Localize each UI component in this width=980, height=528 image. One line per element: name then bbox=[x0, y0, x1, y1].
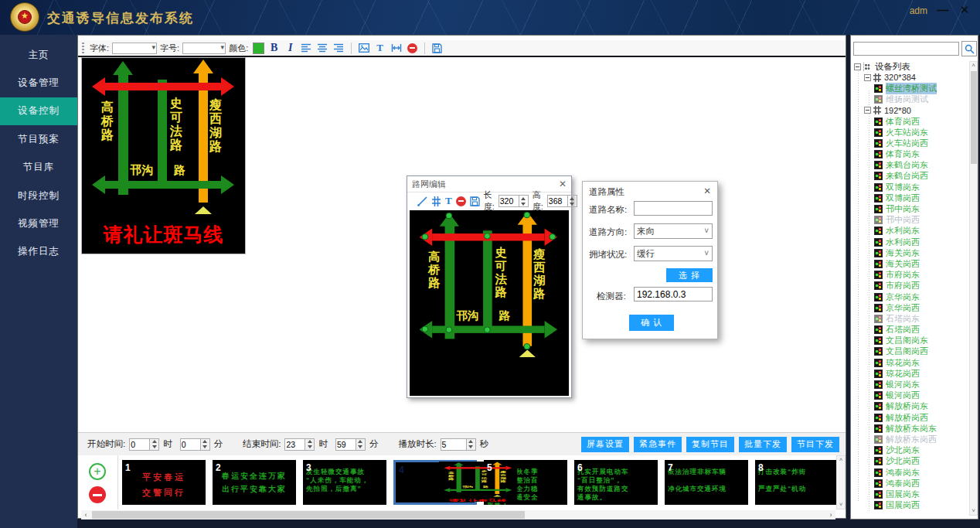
device-tree-item[interactable]: 来鹤台岗西 bbox=[852, 171, 970, 182]
length-input[interactable] bbox=[499, 195, 519, 207]
device-tree-item[interactable]: 石塔岗西 bbox=[852, 325, 970, 336]
dialog-close-icon[interactable]: ✕ bbox=[559, 179, 567, 189]
sidebar-item[interactable]: 设备管理 bbox=[0, 69, 77, 97]
insert-image-icon[interactable] bbox=[357, 42, 370, 55]
height-input[interactable] bbox=[547, 195, 568, 207]
sidebar-item[interactable]: 主页 bbox=[0, 41, 77, 69]
program-thumbnail[interactable]: 5 大力开展秋冬季 交通安全整治百 日会战，全力稳 定道路交通安全 形势！ bbox=[484, 460, 567, 505]
device-tree-item[interactable]: 国展岗西 bbox=[852, 500, 970, 511]
edit-handle[interactable] bbox=[446, 326, 453, 332]
sidebar-item[interactable]: 节目预案 bbox=[0, 125, 77, 153]
device-tree-item[interactable]: 海关岗西 bbox=[852, 258, 970, 269]
edit-handle[interactable] bbox=[523, 343, 530, 349]
remove-program-button[interactable] bbox=[89, 486, 106, 503]
start-hour-spinner[interactable] bbox=[150, 438, 159, 451]
device-tree-item[interactable]: 维扬岗测试 bbox=[852, 94, 970, 105]
action-button[interactable]: 紧急事件 bbox=[634, 437, 682, 452]
device-tree-item[interactable]: 体育岗东 bbox=[852, 149, 970, 160]
scroll-up-icon[interactable]: ˄ bbox=[837, 456, 845, 464]
device-tree-item[interactable]: 双博岗东 bbox=[852, 182, 970, 192]
sidebar-item[interactable]: 视频管理 bbox=[0, 209, 77, 237]
action-button[interactable]: 复制节目 bbox=[686, 437, 734, 452]
device-tree-item[interactable]: 水利岗西 bbox=[852, 237, 970, 247]
program-thumbnail[interactable]: 6 扎实开展电动车 “百日整治”， 有效预防道路交 通事故。 bbox=[574, 460, 658, 505]
device-tree-item[interactable]: 市府岗西 bbox=[852, 281, 970, 291]
dialog-close-icon[interactable]: ✕ bbox=[703, 186, 711, 196]
device-tree-item[interactable]: 火车站岗东 bbox=[852, 127, 970, 138]
device-tree-item[interactable]: 解放桥东岗东 bbox=[852, 423, 970, 434]
program-thumbnail[interactable]: 8 打击改装“炸街 严查严处“机动 bbox=[755, 460, 839, 505]
program-thumbnail[interactable]: 3 发生轻微交通事故 “人未伤，车能动， 先拍照，后撤离” bbox=[303, 460, 386, 505]
line-tool-icon[interactable] bbox=[417, 195, 427, 208]
action-button[interactable]: 节目下发 bbox=[791, 437, 839, 452]
length-spinner[interactable] bbox=[519, 195, 529, 207]
fit-size-icon[interactable] bbox=[390, 42, 403, 55]
sidebar-item[interactable]: 时段控制 bbox=[0, 182, 77, 209]
edit-handle[interactable] bbox=[484, 326, 491, 332]
edit-handle[interactable] bbox=[484, 233, 491, 239]
device-search-input[interactable] bbox=[853, 42, 959, 56]
program-thumbnail[interactable]: 1 平安春运 交警同行 bbox=[122, 460, 206, 505]
scroll-up-icon[interactable]: ˄ bbox=[970, 62, 977, 70]
device-tree-item[interactable]: 沙北岗西 bbox=[852, 456, 970, 467]
device-tree-item[interactable]: 银河岗东 bbox=[852, 379, 970, 390]
road-name-input[interactable] bbox=[634, 201, 713, 216]
device-tree-item[interactable]: 解放桥东岗西 bbox=[852, 434, 970, 445]
device-tree-item[interactable]: 螺丝湾桥测试 bbox=[852, 83, 970, 94]
road-direction-select[interactable]: 来向 bbox=[634, 223, 713, 239]
select-button[interactable]: 选 择 bbox=[666, 268, 713, 282]
align-right-icon[interactable] bbox=[332, 42, 345, 55]
add-program-button[interactable]: + bbox=[89, 463, 106, 480]
edit-handle[interactable] bbox=[549, 233, 556, 240]
end-minute-spinner[interactable] bbox=[356, 438, 366, 451]
device-tree-item[interactable]: 火车站岗西 bbox=[852, 138, 970, 148]
sidebar-item[interactable]: 节目库 bbox=[0, 154, 77, 182]
road-tool-icon[interactable] bbox=[431, 195, 441, 208]
tree-vertical-scrollbar[interactable]: ˄ ˅ bbox=[969, 61, 978, 516]
device-tree-item[interactable]: 来鹤台岗东 bbox=[852, 160, 970, 171]
led-screen-preview[interactable]: 高桥路 史可法路 瘦西湖路 邗沟 路 请礼让斑马线 bbox=[81, 57, 246, 254]
remove-icon[interactable] bbox=[406, 42, 419, 55]
device-tree-item[interactable]: 沙北岗东 bbox=[852, 445, 970, 456]
edit-handle[interactable] bbox=[422, 325, 429, 332]
device-tree-item[interactable]: 192*80 bbox=[852, 105, 970, 116]
device-tree-item[interactable]: 鸿泰岗东 bbox=[852, 467, 970, 478]
program-thumbnail[interactable]: 4 bbox=[393, 460, 477, 505]
font-select[interactable] bbox=[112, 43, 157, 54]
device-tree-item[interactable]: 水利岗东 bbox=[852, 226, 970, 237]
scroll-down-icon[interactable]: ˅ bbox=[837, 501, 845, 509]
device-tree-item[interactable]: 琼花岗东 bbox=[852, 357, 970, 368]
edit-handle[interactable] bbox=[422, 233, 429, 240]
device-tree-item[interactable]: 文昌阁岗西 bbox=[852, 346, 970, 357]
save-icon[interactable] bbox=[430, 42, 444, 55]
device-tree-item[interactable]: 文昌阁岗东 bbox=[852, 336, 970, 346]
align-left-icon[interactable] bbox=[300, 42, 313, 55]
height-spinner[interactable] bbox=[568, 195, 577, 207]
search-button[interactable] bbox=[961, 41, 977, 56]
scrollbar-thumb[interactable] bbox=[971, 71, 977, 164]
device-tree-item[interactable]: 邗中岗西 bbox=[852, 215, 970, 226]
sidebar-item[interactable]: 设备控制 bbox=[0, 97, 77, 125]
device-tree-item[interactable]: 邗中岗东 bbox=[852, 203, 970, 214]
device-tree-item[interactable]: 京华岗东 bbox=[852, 291, 970, 302]
device-tree-item[interactable]: 海关岗东 bbox=[852, 247, 970, 258]
device-tree-item[interactable]: 解放桥岗西 bbox=[852, 412, 970, 423]
action-button[interactable]: 屏幕设置 bbox=[581, 437, 629, 452]
tree-expander-icon[interactable] bbox=[854, 63, 861, 70]
sidebar-item[interactable]: 操作日志 bbox=[0, 238, 77, 266]
end-hour-spinner[interactable] bbox=[305, 438, 315, 451]
start-minute-input[interactable] bbox=[180, 438, 201, 451]
text-tool-button[interactable]: T bbox=[373, 42, 386, 55]
color-swatch[interactable] bbox=[253, 43, 264, 54]
minimize-button[interactable]: — bbox=[935, 3, 951, 16]
thumbnail-vertical-scrollbar[interactable]: ˄ ˅ bbox=[836, 455, 846, 509]
program-thumbnail[interactable]: 7 依法治理非标车辆 净化城市交通环境 bbox=[665, 460, 748, 505]
scrollbar-thumb[interactable] bbox=[92, 511, 525, 519]
font-size-select[interactable] bbox=[182, 43, 226, 54]
start-minute-spinner[interactable] bbox=[201, 438, 210, 451]
program-thumbnail[interactable]: 2 春运安全连万家 出行平安靠大家 bbox=[213, 460, 296, 505]
start-hour-input[interactable] bbox=[129, 438, 150, 451]
remove-icon[interactable] bbox=[456, 195, 466, 208]
detector-input[interactable] bbox=[634, 287, 713, 301]
close-button[interactable]: ✕ bbox=[957, 3, 972, 17]
